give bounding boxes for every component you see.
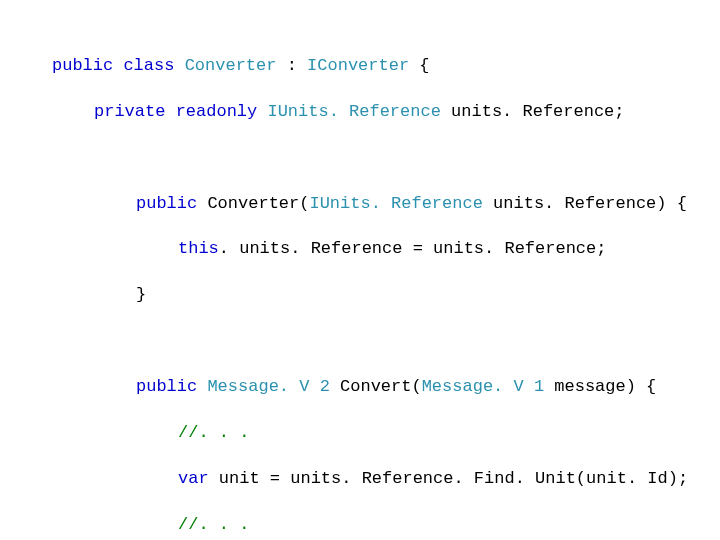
keyword-this: this: [178, 239, 219, 258]
keyword-readonly: readonly: [176, 102, 258, 121]
type-converter: Converter: [185, 56, 277, 75]
code-text: Convert(: [330, 377, 422, 396]
code-text: :: [276, 56, 307, 75]
keyword-var: var: [178, 469, 209, 488]
code-text: [197, 377, 207, 396]
keyword-public: public: [136, 377, 197, 396]
type-iunitsref: IUnits. Reference: [267, 102, 440, 121]
code-text: message) {: [544, 377, 656, 396]
type-messagev1: Message. V 1: [422, 377, 544, 396]
code-line-1: public class Converter : IConverter {: [52, 55, 680, 78]
code-text: units. Reference) {: [483, 194, 687, 213]
code-text: unit = units. Reference. Find. Unit(unit…: [209, 469, 688, 488]
code-block: public class Converter : IConverter { pr…: [0, 0, 720, 540]
keyword-class: class: [123, 56, 174, 75]
keyword-public: public: [52, 56, 113, 75]
keyword-private: private: [94, 102, 165, 121]
code-line-8: var unit = units. Reference. Find. Unit(…: [52, 468, 680, 491]
code-line-5: }: [52, 284, 680, 307]
code-line-2: private readonly IUnits. Reference units…: [52, 101, 680, 124]
comment: //. . .: [178, 515, 249, 534]
blank-line: [52, 147, 680, 170]
close-brace: }: [52, 284, 146, 307]
code-line-6: public Message. V 2 Convert(Message. V 1…: [52, 376, 680, 399]
type-messagev2: Message. V 2: [207, 377, 329, 396]
keyword-public: public: [136, 194, 197, 213]
type-iunitsref: IUnits. Reference: [309, 194, 482, 213]
code-line-4: this. units. Reference = units. Referenc…: [52, 238, 680, 261]
code-line-9: //. . .: [52, 514, 680, 537]
type-iconverter: IConverter: [307, 56, 409, 75]
code-line-3: public Converter(IUnits. Reference units…: [52, 193, 680, 216]
code-text: Converter(: [197, 194, 309, 213]
code-line-7: //. . .: [52, 422, 680, 445]
code-text: . units. Reference = units. Reference;: [219, 239, 607, 258]
blank-line: [52, 330, 680, 353]
code-text: {: [409, 56, 429, 75]
code-text: units. Reference;: [441, 102, 625, 121]
comment: //. . .: [178, 423, 249, 442]
